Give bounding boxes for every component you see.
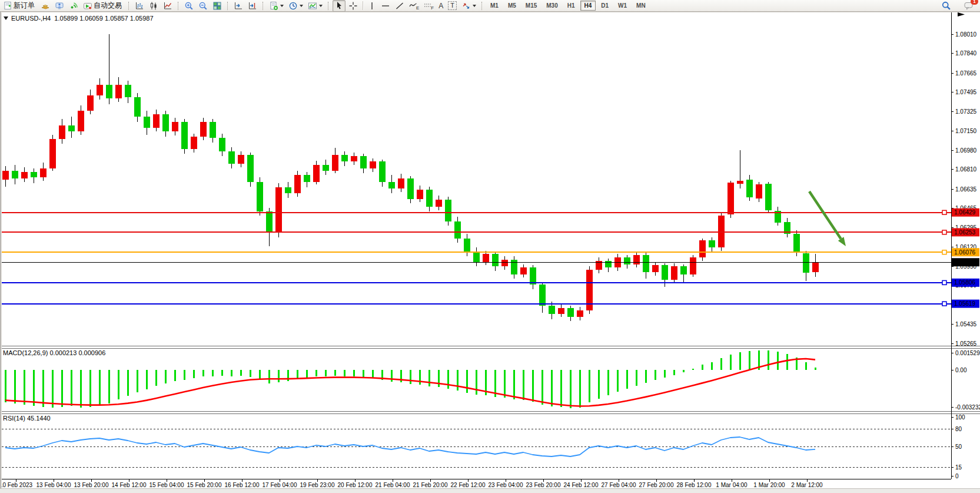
bar-chart-icon [135,1,144,11]
svg-text:1.06253: 1.06253 [954,229,976,236]
time-tick-label: 1 Mar 04:00 [716,482,748,488]
timeframe-button-W1[interactable]: W1 [614,1,631,11]
vertical-line-icon [368,1,376,11]
macd-tick-label: -0.003232 [955,404,980,411]
text-label-tool-button[interactable]: T [446,0,459,12]
level-line-handle[interactable] [942,210,946,214]
line-chart-mode-button[interactable] [161,0,174,12]
toolbar-separator [363,1,363,10]
svg-text:1.05806: 1.05806 [954,279,976,286]
virtual-hosting-icon [55,1,64,11]
new-chart-button[interactable] [267,0,285,12]
candle [690,255,696,276]
chart-shift-icon [248,1,257,11]
template-icon [308,1,317,11]
auto-scroll-icon [234,1,243,11]
time-tick-label: 15 Feb 20:00 [187,482,222,488]
horizontal-line-tool-button[interactable] [379,0,392,12]
timeframe-button-D1[interactable]: D1 [597,1,613,11]
chart-title: EURUSD-,H4 1.05899 1.06059 1.05857 1.059… [11,15,154,22]
virtual-hosting-button[interactable] [53,0,66,12]
trendline-tool-button[interactable] [393,0,406,12]
news-signal-button[interactable] [67,0,80,12]
arrows-tool-button[interactable] [460,0,478,12]
notifications-button[interactable]: 1 [962,0,976,12]
timeframe-button-H4[interactable]: H4 [580,1,596,11]
autotrading-button[interactable]: 自动交易 [81,0,125,12]
time-tick-label: 2 Mar 12:00 [791,482,823,488]
price-tick-label: 1.08010 [955,31,977,38]
zoom-in-button[interactable] [182,0,195,12]
timeframe-button-M30[interactable]: M30 [542,1,562,11]
new-order-button[interactable]: 新订单 [2,0,38,12]
macd-indicator-label: MACD(12,26,9) 0.000213 0.000906 [3,349,105,356]
fibonacci-tool-button[interactable]: F [422,0,436,12]
candle [257,177,263,216]
timeframe-button-MN[interactable]: MN [632,1,650,11]
tile-windows-button[interactable] [211,0,224,12]
svg-text:1.05619: 1.05619 [954,300,976,307]
time-tick-label: 28 Feb 12:00 [677,482,712,488]
time-tick-label: 1 Mar 20:00 [753,482,785,488]
candle [49,135,56,171]
level-line-handle[interactable] [942,302,946,306]
timeframe-button-M15[interactable]: M15 [521,1,541,11]
zoom-in-icon [184,1,194,11]
deposit-button[interactable] [39,0,52,12]
time-tick-label: 17 Feb 04:00 [263,482,297,488]
price-level-axis-label: 1.05987 [952,258,979,266]
time-tick-label: 13 Feb 04:00 [36,482,71,488]
price-level-axis-label: 1.05806 [952,279,979,287]
macd-tick-label: 0.00 [955,367,967,373]
bar-chart-mode-button[interactable] [133,0,146,12]
toolbar-grip [481,2,484,10]
level-line-handle[interactable] [942,230,946,234]
price-level-axis-label: 1.06429 [952,209,979,217]
price-tick-label: 1.07150 [955,128,977,134]
cursor-tool-button[interactable] [333,0,346,12]
candle [275,183,282,237]
time-tick-label: 24 Feb 12:00 [564,482,599,488]
text-tool-button[interactable]: A [437,0,445,12]
crosshair-tool-button[interactable] [347,0,360,12]
candlestick-mode-button[interactable] [147,0,160,12]
chart-collapse-button[interactable] [4,16,8,20]
time-tick-label: 20 Feb 12:00 [338,482,373,488]
timeframe-button-M1[interactable]: M1 [486,1,503,11]
level-line-handle[interactable] [942,250,946,254]
price-tick-label: 1.07665 [955,70,977,77]
level-line-handle[interactable] [942,280,946,284]
rsi-tick-label: 80 [955,426,962,432]
toolbar-grip [178,2,180,10]
time-tick-label: 13 Feb 20:00 [74,482,109,488]
chevron-down-icon [319,5,323,7]
autotrading-icon [83,1,92,11]
zoom-out-button[interactable] [197,0,210,12]
toolbar-right-group: 1 [939,0,976,12]
crosshair-icon [348,1,358,11]
templates-button[interactable] [306,0,324,12]
search-button[interactable] [939,0,953,12]
chart-shift-button[interactable] [246,0,259,12]
timeframe-button-H1[interactable]: H1 [563,1,579,11]
price-level-axis-label: 1.06253 [952,228,979,236]
chevron-down-icon [300,5,303,7]
time-tick-label: 22 Feb 12:00 [451,482,486,488]
search-icon [941,1,951,11]
window-left-edge [0,12,2,493]
auto-scroll-button[interactable] [232,0,245,12]
vertical-line-tool-button[interactable] [366,0,378,12]
timeframe-button-M5[interactable]: M5 [504,1,520,11]
candle [247,153,254,186]
rsi-tick-label: 15 [955,464,962,471]
price-tick-label: 1.05435 [955,321,977,327]
chart-title-bar: EURUSD-,H4 1.05899 1.06059 1.05857 1.059… [4,15,154,22]
periods-button[interactable] [287,0,305,12]
equidistant-channel-tool-button[interactable]: E [407,0,421,12]
text-label-tool-icon: T [448,1,457,10]
notification-badge: 1 [971,0,978,5]
time-tick-label: 27 Feb 04:00 [602,482,636,488]
cursor-icon [334,1,344,11]
time-tick-label: 27 Feb 20:00 [639,482,674,488]
chart-canvas[interactable]: 1.080101.078401.076651.074951.073251.071… [0,0,980,493]
